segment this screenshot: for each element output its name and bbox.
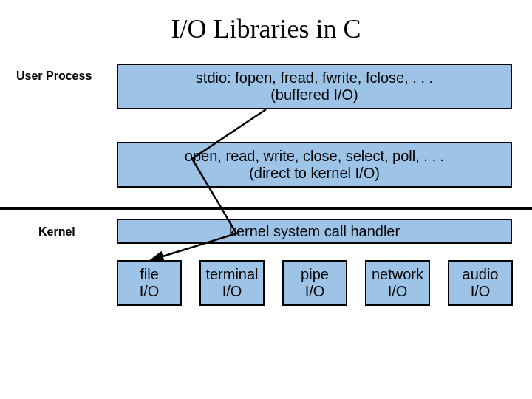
diagram-stage: I/O Libraries in C User Process stdio: f…	[0, 0, 532, 399]
box-terminal-io: terminal I/O	[200, 260, 265, 306]
box-kernel-handler-text: kernel system call handler	[229, 223, 400, 240]
box-terminal-io-l1: terminal	[205, 266, 258, 283]
box-kernel-handler: kernel system call handler	[117, 219, 512, 244]
divider	[0, 207, 532, 210]
box-pipe-io-l1: pipe	[301, 266, 329, 283]
box-audio-io-l1: audio	[463, 266, 499, 283]
box-pipe-io: pipe I/O	[282, 260, 347, 306]
box-audio-io: audio I/O	[448, 260, 513, 306]
label-user-process: User Process	[16, 69, 92, 83]
box-file-io-l1: file	[140, 266, 159, 283]
box-network-io-l1: network	[372, 266, 423, 283]
box-terminal-io-l2: I/O	[222, 283, 242, 300]
arrows	[0, 0, 532, 399]
box-pipe-io-l2: I/O	[305, 283, 325, 300]
box-file-io: file I/O	[117, 260, 182, 306]
box-file-io-l2: I/O	[140, 283, 160, 300]
box-stdio: stdio: fopen, fread, fwrite, fclose, . .…	[117, 64, 512, 109]
box-network-io: network I/O	[365, 260, 430, 306]
box-stdio-line2: (buffered I/O)	[270, 86, 358, 103]
box-audio-io-l2: I/O	[471, 283, 491, 300]
label-kernel: Kernel	[38, 225, 75, 239]
box-network-io-l2: I/O	[388, 283, 408, 300]
box-syscalls-line2: (direct to kernel I/O)	[249, 165, 380, 182]
page-title: I/O Libraries in C	[0, 13, 532, 44]
box-stdio-line1: stdio: fopen, fread, fwrite, fclose, . .…	[196, 69, 433, 86]
box-syscalls-line1: open, read, write, close, select, poll, …	[185, 148, 444, 165]
box-syscalls: open, read, write, close, select, poll, …	[117, 142, 512, 188]
